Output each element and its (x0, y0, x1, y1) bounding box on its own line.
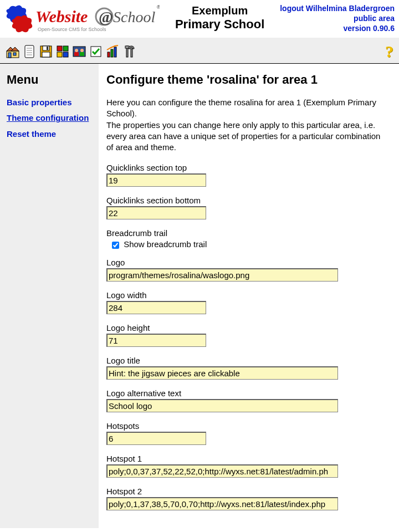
users-icon[interactable] (72, 44, 86, 59)
modules-icon[interactable] (55, 44, 70, 59)
svg-rect-35 (131, 49, 132, 57)
hotspot2-input[interactable] (106, 497, 338, 510)
svg-rect-20 (57, 46, 62, 51)
quicklinks-top-label: Quicklinks section top (106, 163, 389, 172)
logout-link[interactable]: logout Wilhelmina Bladergroen (280, 4, 395, 13)
svg-point-25 (75, 49, 78, 52)
svg-rect-23 (63, 52, 68, 57)
logo-alt-input[interactable] (106, 399, 338, 412)
quicklinks-bottom-input[interactable] (106, 206, 206, 219)
content: Configure theme 'rosalina' for area 1 He… (99, 64, 399, 528)
svg-rect-26 (74, 52, 79, 56)
toolbar: ? (0, 38, 399, 64)
svg-rect-31 (111, 49, 113, 57)
svg-text:Website: Website (35, 7, 88, 25)
logo-width-label: Logo width (106, 290, 389, 300)
save-icon[interactable] (39, 44, 53, 59)
svg-rect-28 (80, 52, 84, 56)
home-icon[interactable] (6, 44, 20, 59)
quicklinks-bottom-label: Quicklinks section bottom (106, 196, 389, 205)
settings-icon[interactable] (89, 44, 103, 59)
logo[interactable]: Website @ School Open-Source CMS for Sch… (4, 2, 160, 34)
intro-text: Here you can configure the theme rosalin… (106, 97, 389, 153)
logo-height-label: Logo height (106, 323, 389, 332)
header: Website @ School Open-Source CMS for Sch… (0, 0, 399, 38)
sidebar-item-reset[interactable]: Reset theme (7, 129, 92, 140)
sidebar-item-basic[interactable]: Basic properties (7, 97, 92, 108)
breadcrumb-label: Breadcrumb trail (106, 228, 389, 238)
svg-rect-10 (13, 53, 16, 55)
hotspot1-label: Hotspot 1 (106, 454, 389, 463)
svg-text:Open-Source CMS for Schools: Open-Source CMS for Schools (38, 27, 106, 32)
sidebar-item-theme-config[interactable]: Theme configuration (7, 112, 92, 124)
logo-width-input[interactable] (106, 301, 206, 314)
sidebar-title: Menu (7, 73, 92, 87)
hotspot2-label: Hotspot 2 (106, 487, 389, 496)
quicklinks-top-input[interactable] (106, 173, 206, 187)
svg-point-27 (80, 49, 84, 52)
svg-rect-18 (47, 47, 48, 50)
hotspots-input[interactable] (106, 432, 206, 445)
tools-icon[interactable] (122, 44, 136, 59)
logo-title-input[interactable] (106, 366, 338, 380)
svg-text:@: @ (99, 8, 113, 25)
svg-rect-9 (8, 53, 11, 58)
help-icon[interactable]: ? (385, 42, 393, 61)
svg-rect-30 (108, 52, 110, 57)
svg-rect-32 (114, 47, 116, 57)
logo-label: Logo (106, 258, 389, 267)
page-heading: Configure theme 'rosalina' for area 1 (106, 73, 389, 87)
document-icon[interactable] (22, 44, 37, 59)
hotspots-label: Hotspots (106, 421, 389, 431)
hotspot1-input[interactable] (106, 464, 338, 478)
logo-input[interactable] (106, 268, 338, 282)
svg-rect-11 (25, 45, 34, 58)
svg-text:School: School (113, 8, 155, 25)
breadcrumb-checkbox[interactable] (112, 242, 119, 249)
stats-icon[interactable] (105, 44, 120, 59)
logo-title-label: Logo title (106, 356, 389, 365)
site-title: Exemplum Primary School (160, 2, 280, 32)
logo-alt-label: Logo alternative text (106, 388, 389, 398)
sidebar: Menu Basic properties Theme configuratio… (0, 64, 99, 528)
version-link[interactable]: version 0.90.6 (343, 24, 395, 33)
title-line2: Primary School (160, 17, 280, 32)
svg-rect-19 (42, 52, 50, 57)
svg-rect-17 (43, 46, 49, 50)
public-area-link[interactable]: public area (354, 14, 395, 23)
logo-height-input[interactable] (106, 334, 206, 347)
svg-rect-22 (57, 52, 62, 57)
title-line1: Exemplum (160, 4, 280, 17)
breadcrumb-checkbox-label: Show breadcrumb trail (124, 239, 207, 249)
svg-rect-21 (63, 46, 68, 51)
header-links: logout Wilhelmina Bladergroen public are… (280, 2, 395, 34)
